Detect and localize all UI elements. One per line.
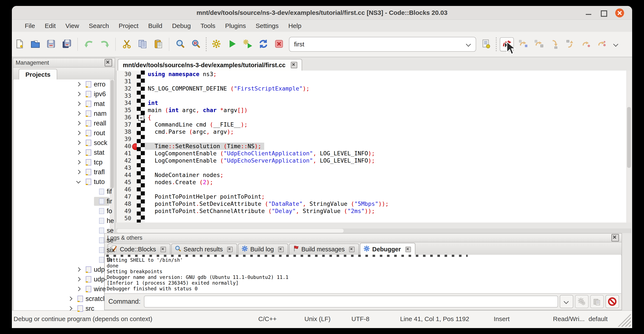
log-tab-code-blocks[interactable]: Code::Blocks bbox=[108, 243, 170, 255]
search-combobox[interactable]: first bbox=[289, 37, 476, 52]
toolbar-overflow-button[interactable] bbox=[610, 38, 622, 51]
chevron-right-icon[interactable] bbox=[76, 267, 81, 272]
tree-item-tcp[interactable]: tcp bbox=[14, 157, 114, 167]
line-number[interactable]: 48 bbox=[116, 200, 137, 207]
code-line-38[interactable]: cmd.Parse (argc, argv); bbox=[145, 128, 627, 135]
line-number[interactable]: 51 bbox=[116, 222, 137, 222]
abort-build-button[interactable] bbox=[272, 38, 286, 51]
tree-item-se[interactable]: se bbox=[14, 235, 114, 245]
find-button[interactable] bbox=[174, 38, 187, 51]
log-tab-build-messages[interactable]: Build messages bbox=[289, 243, 359, 255]
command-history-dropdown[interactable] bbox=[560, 295, 573, 308]
menu-project[interactable]: Project bbox=[114, 22, 143, 30]
search-combobox-value[interactable]: first bbox=[290, 41, 466, 48]
code-line-47[interactable]: PointToPointHelper pointToPoint; bbox=[145, 193, 627, 200]
paste-button[interactable] bbox=[152, 38, 165, 51]
line-number[interactable]: 37 bbox=[116, 121, 137, 128]
menu-file[interactable]: File bbox=[20, 22, 40, 30]
step-into-instruction-button[interactable] bbox=[595, 38, 608, 51]
tree-item-erro[interactable]: erro bbox=[14, 80, 114, 89]
tree-item-he[interactable]: he bbox=[14, 216, 114, 226]
menu-debug[interactable]: Debug bbox=[167, 22, 196, 30]
build-button[interactable] bbox=[210, 38, 223, 51]
editor-tab-close-icon[interactable] bbox=[291, 62, 297, 69]
code-line-48[interactable]: pointToPoint.SetDeviceAttribute ("DataRa… bbox=[145, 200, 627, 207]
log-tab-close-icon[interactable] bbox=[278, 247, 284, 252]
line-number[interactable]: 30 bbox=[116, 71, 137, 78]
log-tab-build-log[interactable]: Build log bbox=[238, 243, 288, 255]
title-bar[interactable]: mnt/dev/tools/source/ns-3-dev/examples/t… bbox=[12, 6, 632, 20]
menu-build[interactable]: Build bbox=[143, 22, 167, 30]
menu-help[interactable]: Help bbox=[284, 22, 306, 30]
chevron-right-icon[interactable] bbox=[76, 92, 81, 96]
menu-view[interactable]: View bbox=[60, 22, 84, 30]
copy-log-button[interactable] bbox=[590, 295, 604, 308]
line-number[interactable]: 47 bbox=[116, 193, 137, 200]
editor-vertical-scrollbar[interactable] bbox=[626, 71, 631, 222]
line-number[interactable]: 38 bbox=[116, 128, 137, 135]
rebuild-button[interactable] bbox=[257, 38, 270, 51]
code-line-30[interactable]: using namespace ns3; bbox=[145, 71, 627, 78]
tree-item-scratcl[interactable]: scratcl bbox=[14, 294, 114, 304]
toolbar-grip[interactable] bbox=[205, 37, 207, 52]
copy-button[interactable] bbox=[136, 38, 149, 51]
code-line-43[interactable] bbox=[145, 164, 627, 171]
line-number[interactable]: 44 bbox=[116, 171, 137, 179]
log-tab-close-icon[interactable] bbox=[160, 247, 166, 252]
line-number[interactable]: 49 bbox=[116, 207, 137, 215]
tree-item-stat[interactable]: stat bbox=[14, 148, 114, 157]
tree-item-reall[interactable]: reall bbox=[14, 119, 114, 128]
code-line-46[interactable] bbox=[145, 186, 627, 193]
code-line-42[interactable]: LogComponentEnable ("UdpEchoServerApplic… bbox=[145, 157, 627, 164]
tree-item-six[interactable]: six bbox=[14, 245, 114, 255]
redo-button[interactable] bbox=[98, 38, 111, 51]
line-number[interactable]: 36 bbox=[116, 114, 137, 121]
chevron-right-icon[interactable] bbox=[76, 141, 81, 145]
menu-plugins[interactable]: Plugins bbox=[220, 22, 251, 30]
tree-item-udp[interactable]: udp bbox=[14, 265, 114, 274]
minimize-button[interactable] bbox=[584, 9, 593, 17]
replace-button[interactable]: R bbox=[190, 38, 202, 51]
chevron-right-icon[interactable] bbox=[76, 150, 81, 155]
fold-open-marker[interactable] bbox=[138, 115, 144, 121]
step-out-button[interactable] bbox=[563, 38, 576, 51]
run-button[interactable] bbox=[226, 38, 238, 51]
code-line-31[interactable] bbox=[145, 78, 627, 85]
code-line-35[interactable]: main (int argc, char *argv[]) bbox=[145, 107, 627, 114]
toolbar-grip[interactable] bbox=[495, 37, 497, 52]
chevron-right-icon[interactable] bbox=[76, 82, 81, 87]
chevron-right-icon[interactable] bbox=[76, 102, 81, 106]
tree-item-udp-[interactable]: udp- bbox=[14, 274, 114, 284]
tree-item-fo[interactable]: fo bbox=[14, 206, 114, 216]
line-number-gutter[interactable]: 3031323334353637383940414243444546474849… bbox=[116, 71, 137, 222]
command-input[interactable] bbox=[144, 296, 558, 307]
editor-horizontal-scrollbar[interactable] bbox=[116, 228, 631, 233]
tab-projects[interactable]: Projects bbox=[19, 69, 57, 80]
tree-item-wire[interactable]: wire bbox=[14, 284, 114, 294]
build-and-run-button[interactable] bbox=[241, 38, 254, 51]
next-line-button[interactable] bbox=[532, 38, 545, 51]
line-number[interactable]: 46 bbox=[116, 186, 137, 193]
tree-item-fir[interactable]: fir bbox=[14, 196, 114, 206]
chevron-right-icon[interactable] bbox=[68, 306, 72, 311]
chevron-right-icon[interactable] bbox=[76, 287, 81, 291]
tree-item-sock[interactable]: sock bbox=[14, 138, 114, 148]
code-line-36[interactable]: { bbox=[145, 114, 627, 121]
code-line-51[interactable]: NetDeviceContainer devices; bbox=[145, 222, 627, 222]
tree-item-trafl[interactable]: trafl bbox=[14, 167, 114, 177]
code-line-50[interactable] bbox=[145, 215, 627, 222]
logs-close-icon[interactable] bbox=[612, 234, 619, 242]
chevron-right-icon[interactable] bbox=[76, 131, 81, 135]
cut-button[interactable] bbox=[120, 38, 133, 51]
code-area[interactable]: using namespace ns3;NS_LOG_COMPONENT_DEF… bbox=[145, 71, 627, 222]
code-line-45[interactable]: nodes.Create (2); bbox=[145, 179, 627, 186]
debugger-settings-button[interactable] bbox=[575, 295, 588, 308]
line-number[interactable]: 42 bbox=[116, 157, 137, 164]
resize-grip[interactable] bbox=[618, 314, 631, 327]
open-file-button[interactable] bbox=[29, 38, 42, 51]
close-button[interactable] bbox=[615, 9, 624, 17]
line-number[interactable]: 35 bbox=[116, 107, 137, 114]
code-line-32[interactable]: NS_LOG_COMPONENT_DEFINE ("FirstScriptExa… bbox=[145, 85, 627, 92]
code-line-40[interactable]: Time::SetResolution (Time::NS); bbox=[145, 143, 627, 150]
chevron-right-icon[interactable] bbox=[76, 170, 81, 174]
